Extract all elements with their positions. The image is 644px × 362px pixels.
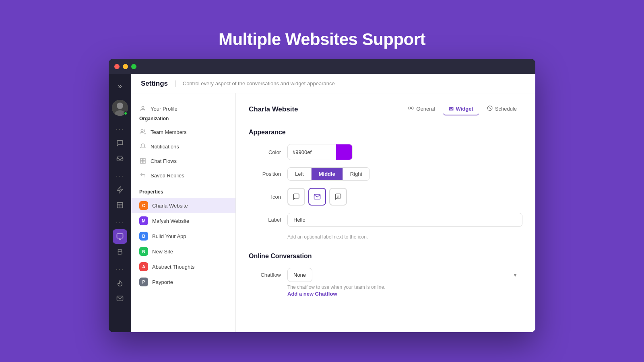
color-text-input[interactable] [288, 146, 336, 158]
team-icon [139, 128, 147, 136]
sidebar-icon-bolt[interactable] [113, 183, 127, 197]
team-members-label: Team Members [151, 129, 187, 135]
svg-rect-8 [117, 234, 123, 238]
sidebar-separator-2: ··· [116, 172, 124, 179]
sidebar-separator-1: ··· [116, 125, 124, 133]
widget-label-label: Label [249, 217, 281, 223]
right-panel: Charla Website General ✉ Widget [236, 93, 535, 332]
sidebar-icon-b[interactable] [113, 245, 127, 259]
chatflow-select[interactable]: None [287, 268, 312, 282]
menu-item-profile[interactable]: Your Profile [131, 101, 235, 116]
chatflow-label: Chatflow [249, 272, 281, 278]
svg-rect-14 [143, 158, 145, 160]
tab-schedule[interactable]: Schedule [481, 103, 522, 115]
svg-point-17 [411, 107, 412, 109]
abstract-label: Abstract Thoughts [152, 264, 194, 270]
mafysh-label: Mafysh Website [152, 218, 189, 224]
traffic-light-red[interactable] [114, 64, 120, 69]
position-group: Left Middle Right [287, 167, 370, 181]
newsite-label: New Site [152, 249, 173, 255]
traffic-light-green[interactable] [131, 64, 136, 69]
payporte-label: Payporte [152, 279, 173, 285]
property-item-abstract[interactable]: A Abstract Thoughts [131, 259, 235, 274]
chatflow-hint: The chatflow to use when your team is on… [287, 284, 522, 290]
menu-item-notifications[interactable]: Notifications [131, 139, 235, 154]
label-hint: Add an optional label next to the icon. [287, 234, 522, 240]
header-divider: | [174, 79, 176, 88]
properties-heading: Properties [131, 189, 235, 198]
chatflow-select-wrap: None ▼ [287, 268, 522, 282]
icon-sidebar: » ··· ··· [109, 74, 131, 332]
profile-label: Your Profile [151, 106, 178, 112]
traffic-light-yellow[interactable] [123, 64, 128, 69]
property-item-mafysh[interactable]: M Mafysh Website [131, 213, 235, 228]
position-left-button[interactable]: Left [288, 168, 312, 180]
browser-body: » ··· ··· [109, 74, 535, 332]
tab-widget[interactable]: ✉ Widget [443, 103, 479, 115]
select-arrow-icon: ▼ [513, 272, 518, 278]
content-header: Settings | Control every aspect of the c… [131, 74, 535, 93]
property-item-charla[interactable]: C Charla Website [131, 198, 235, 213]
menu-item-chat-flows[interactable]: Chat Flows [131, 154, 235, 168]
label-section: Label Add an optional label next to the … [249, 213, 522, 240]
svg-rect-4 [117, 202, 123, 208]
charla-label: Charla Website [152, 203, 188, 209]
add-chatflow-link[interactable]: Add a new Chatflow [287, 291, 522, 297]
label-input-wrap [287, 213, 522, 227]
settings-title: Settings [141, 80, 168, 88]
nav-expand-button[interactable]: » [113, 79, 127, 93]
sidebar-icon-table[interactable] [113, 198, 127, 212]
icon-option-envelope[interactable] [308, 188, 326, 206]
sidebar-nav-group-3 [109, 229, 131, 259]
sidebar-icon-chat[interactable] [113, 136, 127, 150]
position-middle-button[interactable]: Middle [312, 168, 343, 180]
property-item-payporte[interactable]: P Payporte [131, 274, 235, 290]
user-avatar-wrap[interactable] [112, 100, 128, 116]
website-name: Charla Website [249, 105, 394, 113]
icon-selector [287, 188, 347, 206]
profile-icon [139, 105, 147, 112]
property-item-build[interactable]: B Build Your App [131, 228, 235, 244]
color-input-group [287, 144, 353, 160]
sidebar-icon-inbox[interactable] [113, 151, 127, 166]
website-header: Charla Website General ✉ Widget [249, 103, 522, 122]
icon-label: Icon [249, 194, 281, 200]
sidebar-icon-flame[interactable] [113, 276, 127, 290]
color-swatch[interactable] [336, 144, 352, 160]
widget-tab-icon: ✉ [449, 106, 454, 112]
online-indicator [124, 111, 128, 115]
browser-titlebar [109, 59, 535, 74]
label-input[interactable] [287, 213, 522, 227]
svg-rect-13 [140, 158, 142, 160]
organization-heading: Organization [131, 116, 235, 125]
appearance-title: Appearance [249, 129, 522, 136]
svg-point-11 [142, 106, 144, 108]
saved-replies-icon [139, 172, 147, 179]
menu-item-saved-replies[interactable]: Saved Replies [131, 168, 235, 183]
property-item-newsite[interactable]: N New Site [131, 244, 235, 259]
tab-general-label: General [416, 106, 435, 112]
color-row: Color [249, 144, 522, 160]
tab-general[interactable]: General [402, 103, 440, 115]
left-panel: Your Profile Organization Team Members [131, 93, 236, 332]
content-body: Your Profile Organization Team Members [131, 93, 535, 332]
sidebar-nav-group-2 [109, 183, 131, 212]
chatflows-icon [139, 157, 147, 165]
general-tab-icon [408, 105, 414, 112]
sidebar-icon-mail[interactable] [113, 291, 127, 306]
position-right-button[interactable]: Right [343, 168, 369, 180]
tab-schedule-label: Schedule [495, 106, 517, 112]
browser-window: » ··· ··· [109, 59, 535, 332]
menu-item-team[interactable]: Team Members [131, 125, 235, 139]
icon-option-chat[interactable] [287, 188, 305, 206]
properties-section: Properties C Charla Website M Mafysh We [131, 189, 235, 290]
saved-replies-label: Saved Replies [151, 173, 184, 179]
label-row: Label [249, 213, 522, 227]
sidebar-icon-widget[interactable] [113, 229, 127, 244]
position-row: Position Left Middle Right [249, 167, 522, 181]
sidebar-separator-4: ··· [116, 265, 124, 273]
icon-option-message[interactable] [329, 188, 347, 206]
svg-marker-3 [117, 187, 123, 193]
icon-row: Icon [249, 188, 522, 206]
tab-widget-label: Widget [456, 106, 473, 112]
